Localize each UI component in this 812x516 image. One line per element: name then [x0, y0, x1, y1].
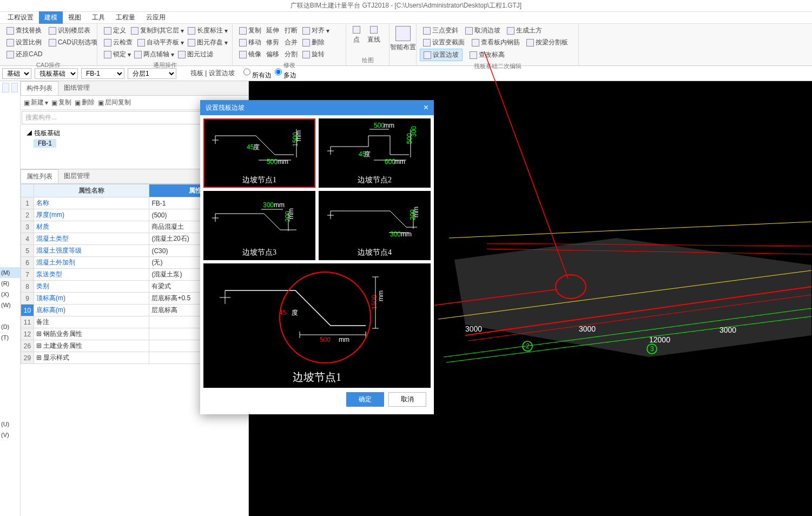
selector-row: 基础 筏板基础 FB-1 分层1 筏板 | 设置边坡 所有边 多边	[0, 66, 812, 81]
row-edit-2[interactable]: 移动 修剪 合并 删除	[236, 37, 342, 48]
rebar-icon	[472, 39, 479, 47]
row-raft-1[interactable]: 三点变斜 取消边坡 生成土方	[420, 25, 575, 36]
btn-floor-copy[interactable]: ▣ 层间复制	[98, 98, 131, 107]
btn-find-replace[interactable]: 查找替换 识别楼层表	[3, 25, 101, 36]
nav-item-w[interactable]: (W)	[0, 300, 20, 310]
row-edit-1[interactable]: 复制 延伸 打断 对齐 ▾	[236, 25, 342, 36]
svg-text:500: 500	[267, 158, 278, 166]
svg-text:mm: mm	[384, 122, 394, 129]
btn-new[interactable]: ▣ 新建 ▾	[24, 98, 48, 107]
view-icon-2[interactable]	[11, 83, 18, 92]
nav-item-d[interactable]: (D)	[0, 321, 20, 332]
prop-key: 底标高(m)	[34, 305, 149, 316]
nav-item-t[interactable]: (T)	[0, 332, 20, 343]
prop-key: 备注	[34, 316, 149, 328]
prop-key: 名称	[34, 197, 149, 209]
thumb-2-label: 边坡节点2	[356, 174, 393, 187]
cancel-button[interactable]: 取消	[388, 392, 426, 407]
prop-key: ⊞ 土建业务属性	[34, 340, 149, 352]
restore-icon	[6, 51, 14, 58]
row-num: 9	[21, 293, 34, 305]
btn-copy[interactable]: ▣ 复制	[51, 98, 71, 107]
tab-layers[interactable]: 图层管理	[58, 169, 95, 183]
sel-category[interactable]: 基础	[2, 68, 31, 79]
btn-elev[interactable]: 查改标高	[466, 49, 508, 61]
cancel-slope-icon	[465, 27, 473, 35]
nav-item-x[interactable]: (X)	[0, 289, 20, 300]
btn-cloud-check[interactable]: 云检查 自动平齐板 ▾ 图元存盘 ▾	[101, 37, 231, 48]
menu-1[interactable]: 建模	[39, 11, 63, 24]
row-num: 4	[21, 233, 34, 245]
btn-delete[interactable]: ▣ 删除	[75, 98, 95, 107]
nav-item-r[interactable]: (R)	[0, 278, 20, 289]
ribbon: 查找替换 识别楼层表 设置比例 CAD识别选项 还原CAD CAD操作 定义 复…	[0, 24, 812, 66]
elev-icon	[470, 51, 477, 59]
layer-icon	[49, 27, 56, 35]
thumb-4-label: 边坡节点4	[356, 246, 393, 259]
prop-key: ⊞ 显示样式	[34, 352, 149, 364]
nav-item-u[interactable]: (U)	[0, 419, 20, 429]
sel-type[interactable]: 筏板基础	[35, 68, 78, 79]
radio-all[interactable]: 所有边	[243, 67, 272, 80]
btn-smart-layout[interactable]: 智能布置	[393, 25, 413, 53]
menu-4[interactable]: 工程量	[110, 11, 141, 24]
tab-drawings[interactable]: 图纸管理	[58, 81, 95, 95]
prop-key: ⊞ 钢筋业务属性	[34, 328, 149, 340]
group-raft-title: 筏板基础二次编辑	[420, 61, 575, 70]
row-raft-2[interactable]: 设置变截面 查看板内钢筋 按梁分割板	[420, 37, 575, 48]
slope-dialog: 设置筏板边坡 × 45度500mm1500mm 边坡节点1 45度500mm60…	[200, 100, 434, 414]
thumb-4[interactable]: 300mm200mm 边坡节点4	[319, 191, 431, 260]
close-icon[interactable]: ×	[424, 103, 428, 113]
prop-key: 混凝土外加剂	[34, 257, 149, 269]
btn-restore-cad[interactable]: 还原CAD	[3, 49, 101, 60]
sel-member[interactable]: FB-1	[81, 68, 124, 79]
thumb-2[interactable]: 45度500mm600mm500300 边坡节点2	[319, 118, 431, 188]
delete-icon	[302, 39, 310, 47]
view-icons	[0, 81, 20, 94]
cad-icon	[49, 39, 56, 47]
nav-item-m[interactable]: (M)	[0, 267, 20, 278]
lock-icon	[104, 51, 111, 58]
smart-icon	[395, 26, 411, 41]
btn-lock[interactable]: 锁定 ▾ 两点辅轴 ▾ 图元过滤	[101, 49, 231, 60]
dim-3000-a: 3000	[465, 325, 482, 333]
thumb-3[interactable]: 300mm200mm 边坡节点3	[203, 191, 315, 260]
btn-line[interactable]: 直线	[364, 25, 384, 45]
level-icon	[137, 39, 145, 47]
btn-set-slope[interactable]: 设置边坡	[420, 49, 463, 61]
view-icon-1[interactable]	[2, 83, 9, 92]
highlight-circle	[279, 272, 371, 363]
svg-text:300: 300	[263, 201, 274, 209]
nav-item-v[interactable]: (V)	[0, 429, 20, 440]
prop-key: 泵送类型	[34, 269, 149, 281]
rotate-icon	[302, 51, 310, 58]
tree-leaf-fb1[interactable]: FB-1	[34, 139, 56, 148]
axis-icon	[134, 51, 142, 58]
define-icon	[104, 27, 111, 35]
row-edit-3[interactable]: 镜像 偏移 分割 旋转	[236, 49, 342, 60]
row-num: 6	[21, 257, 34, 269]
btn-scale[interactable]: 设置比例 CAD识别选项	[3, 37, 101, 48]
radio-multi[interactable]: 多边	[275, 67, 296, 80]
menu-2[interactable]: 视图	[63, 11, 87, 24]
prop-key: 材质	[34, 221, 149, 233]
tab-members[interactable]: 构件列表	[21, 81, 58, 95]
scale-icon	[6, 39, 14, 47]
tab-props[interactable]: 属性列表	[21, 169, 58, 183]
menu-3[interactable]: 工具	[87, 11, 110, 24]
svg-text:mm: mm	[295, 130, 302, 141]
ok-button[interactable]: 确定	[346, 392, 384, 407]
thumb-1[interactable]: 45度500mm1500mm 边坡节点1	[203, 118, 315, 188]
btn-point[interactable]: 点	[349, 25, 364, 45]
group-draw-title: 绘图	[349, 55, 386, 64]
svg-text:度: 度	[253, 143, 260, 151]
menu-0[interactable]: 工程设置	[2, 11, 39, 24]
svg-line-2	[449, 222, 811, 238]
svg-text:mm: mm	[274, 201, 285, 209]
mirror-icon	[239, 51, 247, 58]
dialog-header[interactable]: 设置筏板边坡 ×	[200, 100, 434, 115]
sel-layer[interactable]: 分层1	[128, 68, 176, 79]
btn-define[interactable]: 定义 复制到其它层 ▾ 长度标注 ▾	[101, 25, 231, 36]
prop-key: 类别	[34, 281, 149, 293]
menu-5[interactable]: 云应用	[141, 11, 171, 24]
